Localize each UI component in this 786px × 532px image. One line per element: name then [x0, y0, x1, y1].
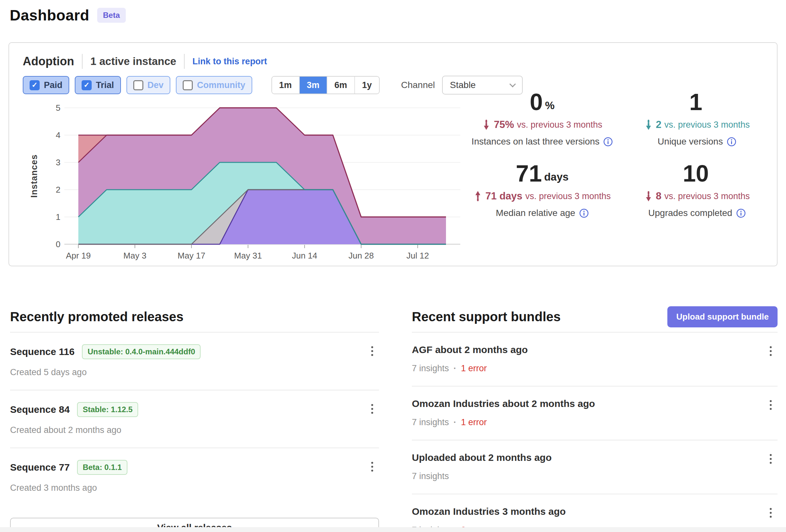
svg-text:Jul 12: Jul 12	[406, 251, 429, 261]
bundle-title: Omozan Industries about 2 months ago	[412, 398, 595, 409]
release-title: Sequence 116	[10, 346, 74, 357]
beta-badge: Beta	[97, 8, 126, 23]
bundle-insights: 7 insights	[412, 363, 449, 373]
kebab-menu-icon[interactable]	[369, 402, 376, 416]
bundles-header: Recent support bundles Upload support bu…	[412, 307, 778, 327]
dot-separator: ·	[454, 417, 456, 428]
stat-value: 71 days	[465, 162, 620, 185]
kebab-menu-icon[interactable]	[767, 452, 774, 466]
adoption-stats: 0 % 75% vs. previous 3 months Instances …	[465, 90, 774, 218]
trend-arrow-icon	[473, 191, 482, 202]
filter-trial[interactable]: ✓ Trial	[75, 76, 121, 94]
stat-label: Upgrades completed	[620, 208, 774, 218]
trend-arrow-icon	[644, 191, 653, 202]
kebab-menu-icon[interactable]	[767, 397, 774, 412]
release-version-badge: Unstable: 0.4.0-main.444ddf0	[82, 344, 201, 359]
bundle-meta: 7 insights · 1 error	[412, 417, 778, 428]
release-row: Sequence 116 Unstable: 0.4.0-main.444ddf…	[10, 333, 379, 390]
dashboard-page: Dashboard Beta Adoption 1 active instanc…	[0, 0, 786, 532]
range-1m[interactable]: 1m	[272, 77, 299, 94]
kebab-menu-icon[interactable]	[369, 459, 376, 474]
filter-label: Community	[197, 80, 246, 90]
checkbox-icon: ✓	[82, 80, 92, 90]
divider	[82, 54, 83, 69]
support-bundles-section: Recent support bundles Upload support bu…	[412, 307, 778, 532]
svg-text:2: 2	[56, 185, 61, 195]
info-icon[interactable]	[579, 209, 589, 218]
stat-upgrades-completed: 10 8 vs. previous 3 months Upgrades comp…	[620, 162, 774, 218]
bundle-meta: 7 insights ·	[412, 471, 778, 481]
svg-text:Apr 19: Apr 19	[66, 251, 91, 261]
kebab-menu-icon[interactable]	[767, 505, 774, 520]
channel-selected-value: Stable	[450, 80, 476, 90]
page-header: Dashboard Beta	[10, 6, 126, 24]
upload-support-bundle-button[interactable]: Upload support bundle	[667, 306, 778, 328]
bundle-errors: 1 error	[461, 363, 487, 373]
bundle-insights: 7 insights	[412, 417, 449, 428]
stat-label: Median relative age	[465, 208, 620, 218]
info-icon[interactable]	[736, 209, 746, 218]
svg-text:4: 4	[56, 130, 61, 140]
link-to-report[interactable]: Link to this report	[192, 56, 267, 67]
stat-unique-versions: 1 2 vs. previous 3 months Unique version…	[620, 90, 774, 147]
stat-median-relative-age: 71 days 71 days vs. previous 3 months Me…	[465, 162, 620, 218]
trend-arrow-icon	[644, 119, 653, 130]
range-1y[interactable]: 1y	[354, 77, 379, 94]
svg-text:May 17: May 17	[178, 251, 205, 261]
filter-label: Paid	[44, 80, 63, 90]
stat-label: Instances on last three versions	[465, 137, 620, 147]
svg-text:3: 3	[56, 158, 61, 167]
bundle-title: Uploaded about 2 months ago	[412, 452, 552, 463]
release-created: Created about 2 months ago	[10, 425, 379, 435]
bundle-title: Omozan Industries 3 months ago	[412, 506, 565, 517]
svg-text:Jun 14: Jun 14	[292, 251, 317, 261]
bundle-row: Omozan Industries 3 months ago 7 insight…	[412, 494, 778, 532]
svg-text:1: 1	[56, 212, 61, 222]
releases-header: Recently promoted releases	[10, 307, 379, 327]
adoption-card: Adoption 1 active instance Link to this …	[8, 42, 778, 266]
stat-value: 1	[620, 90, 774, 114]
release-row: Sequence 77 Beta: 0.1.1 Created 3 months…	[10, 448, 379, 505]
svg-text:5: 5	[56, 103, 61, 113]
chevron-down-icon	[509, 81, 516, 87]
active-instance-count: 1 active instance	[90, 55, 176, 68]
page-title: Dashboard	[10, 6, 89, 24]
filter-dev[interactable]: Dev	[126, 76, 171, 94]
bundle-row: Uploaded about 2 months ago 7 insights ·	[412, 440, 778, 494]
info-icon[interactable]	[603, 137, 613, 146]
instances-stacked-area-chart: 012345Apr 19May 3May 17May 31Jun 14Jun 2…	[28, 98, 470, 264]
releases-section: Recently promoted releases Sequence 116 …	[10, 307, 379, 532]
bundles-heading: Recent support bundles	[412, 310, 561, 324]
stat-instances-last-three-versions: 0 % 75% vs. previous 3 months Instances …	[465, 90, 620, 147]
adoption-filters-row: ✓ Paid ✓ Trial Dev Community 1m 3m 6m 1y	[23, 76, 523, 95]
channel-label: Channel	[401, 80, 435, 90]
bundle-errors: 1 error	[461, 417, 487, 428]
release-created: Created 3 months ago	[10, 483, 379, 493]
svg-text:0: 0	[56, 239, 61, 249]
checkbox-icon: ✓	[29, 80, 40, 90]
filter-community[interactable]: Community	[176, 76, 252, 94]
range-3m[interactable]: 3m	[299, 77, 327, 94]
stat-delta: 75% vs. previous 3 months	[465, 119, 620, 130]
range-6m[interactable]: 6m	[327, 77, 354, 94]
release-row: Sequence 84 Stable: 1.12.5 Created about…	[10, 390, 379, 448]
info-icon[interactable]	[727, 137, 736, 146]
svg-text:Instances: Instances	[29, 154, 39, 198]
divider	[184, 54, 185, 69]
stat-delta: 2 vs. previous 3 months	[620, 119, 774, 130]
stat-value: 0 %	[465, 90, 620, 114]
releases-heading: Recently promoted releases	[10, 310, 184, 324]
filter-paid[interactable]: ✓ Paid	[23, 76, 69, 94]
stat-label: Unique versions	[620, 137, 774, 147]
next-row-edge	[0, 527, 786, 532]
adoption-title: Adoption	[23, 54, 74, 68]
svg-text:May 31: May 31	[234, 251, 262, 261]
adoption-chart-wrap: 012345Apr 19May 3May 17May 31Jun 14Jun 2…	[28, 98, 470, 266]
release-version-badge: Beta: 0.1.1	[77, 460, 127, 475]
svg-text:May 3: May 3	[123, 251, 146, 261]
kebab-menu-icon[interactable]	[767, 344, 774, 359]
stat-delta: 71 days vs. previous 3 months	[465, 190, 620, 202]
kebab-menu-icon[interactable]	[369, 344, 376, 359]
filter-label: Dev	[147, 80, 164, 90]
trend-arrow-icon	[482, 119, 490, 130]
